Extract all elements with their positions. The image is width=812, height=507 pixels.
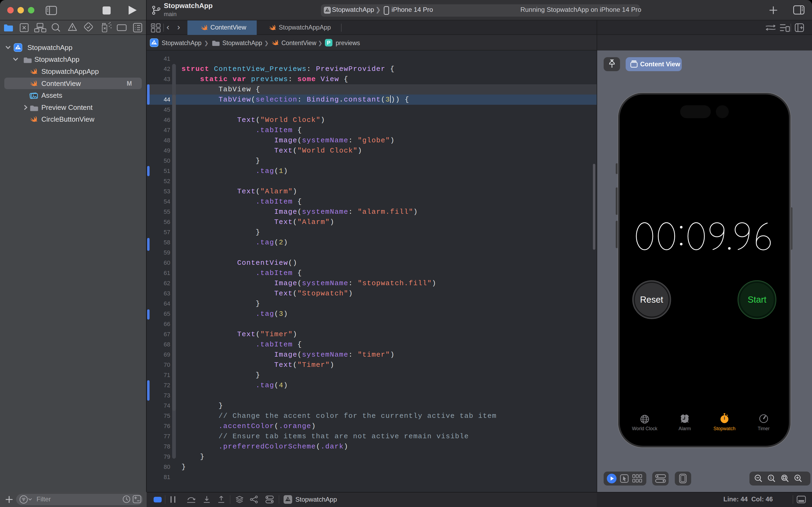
svg-text:1: 1 xyxy=(770,475,772,480)
